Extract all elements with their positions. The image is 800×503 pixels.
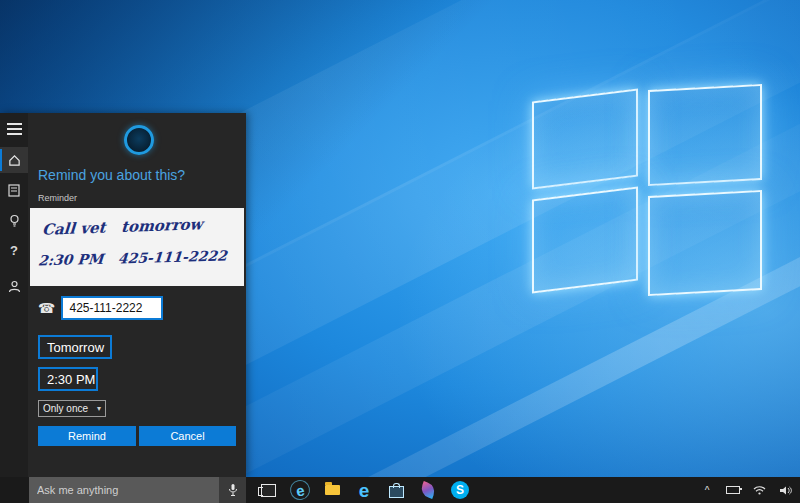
feather-icon (419, 481, 437, 499)
windows-logo-pane (648, 190, 762, 296)
recurrence-select[interactable]: Only once ▾ (38, 400, 106, 417)
notebook-icon (8, 184, 20, 197)
tray-battery[interactable] (726, 477, 740, 503)
screen: ? Remind you about this? Reminder Call v… (0, 0, 800, 503)
cortana-prompt: Remind you about this? (38, 167, 185, 183)
sidebar-item-home[interactable] (0, 147, 28, 173)
skype-icon: S (451, 481, 469, 499)
reminder-section-label: Reminder (38, 193, 77, 203)
battery-icon (726, 486, 740, 494)
phone-row: ☎ 425-111-2222 (38, 296, 163, 320)
windows-logo-pane (532, 88, 638, 189)
internet-explorer-icon: e (288, 478, 312, 502)
ink-line-2: 2:30 PM 425-111-2222 (37, 248, 227, 269)
recurrence-value: Only once (43, 403, 88, 414)
handwriting-ink-card: Call vet tomorrow 2:30 PM 425-111-2222 (30, 208, 244, 286)
system-tray: ^ (700, 477, 792, 503)
reminder-time-field[interactable]: 2:30 PM (38, 367, 98, 391)
help-icon: ? (10, 243, 18, 258)
taskbar: e e S ^ (0, 477, 800, 503)
remind-button[interactable]: Remind (38, 426, 136, 446)
sidebar-item-notebook[interactable] (0, 177, 28, 203)
chevron-down-icon: ▾ (97, 404, 101, 413)
microphone-icon (228, 483, 238, 497)
tray-volume[interactable] (778, 477, 792, 503)
file-explorer-button[interactable] (318, 477, 346, 503)
store-button[interactable] (382, 477, 410, 503)
internet-explorer-button[interactable]: e (286, 477, 314, 503)
cortana-nav-rail: ? (0, 113, 28, 477)
menu-button[interactable] (7, 123, 22, 135)
edge-button[interactable]: e (350, 477, 378, 503)
windows-logo (528, 85, 768, 300)
skype-button[interactable]: S (446, 477, 474, 503)
paint-app-button[interactable] (414, 477, 442, 503)
person-icon (8, 280, 21, 293)
cortana-content: Remind you about this? Reminder Call vet… (28, 113, 246, 477)
taskbar-search (29, 477, 219, 503)
speaker-icon (779, 485, 792, 496)
store-bag-icon (389, 486, 404, 498)
wifi-icon (753, 485, 766, 495)
cortana-panel: ? Remind you about this? Reminder Call v… (0, 113, 246, 477)
lightbulb-icon (9, 214, 20, 227)
microphone-button[interactable] (219, 477, 246, 503)
chevron-up-icon: ^ (705, 485, 710, 496)
home-icon (8, 154, 21, 167)
reminder-date-field[interactable]: Tomorrow (38, 335, 112, 359)
cortana-logo-icon (124, 125, 154, 155)
edge-icon: e (359, 481, 370, 500)
ink-line-1: Call vet tomorrow (41, 215, 203, 239)
windows-logo-pane (532, 186, 638, 293)
tray-chevron-up[interactable]: ^ (700, 477, 714, 503)
task-view-button[interactable] (254, 477, 282, 503)
sidebar-item-help[interactable]: ? (0, 237, 28, 263)
sidebar-item-reminders[interactable] (0, 207, 28, 233)
phone-icon: ☎ (38, 300, 55, 316)
task-view-icon (261, 484, 276, 497)
phone-number-field[interactable]: 425-111-2222 (61, 296, 163, 320)
folder-icon (325, 485, 340, 495)
sidebar-item-feedback[interactable] (0, 273, 28, 299)
cancel-button[interactable]: Cancel (139, 426, 236, 446)
tray-network[interactable] (752, 477, 766, 503)
windows-logo-pane (648, 84, 762, 186)
search-input[interactable] (29, 477, 219, 503)
